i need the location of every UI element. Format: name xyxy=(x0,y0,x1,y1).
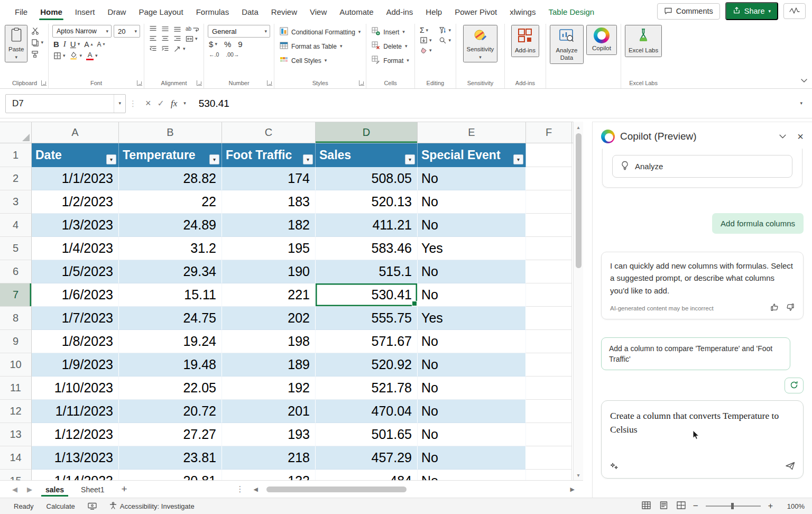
cell-E13[interactable]: No xyxy=(418,423,526,446)
ribbon-tab-draw[interactable]: Draw xyxy=(101,2,132,21)
empty-cell[interactable] xyxy=(526,377,572,400)
scroll-down-icon[interactable]: ▾ xyxy=(574,470,583,480)
cell-E4[interactable]: No xyxy=(418,214,526,237)
decrease-font-button[interactable]: A▾ xyxy=(96,41,106,48)
conditional-formatting-button[interactable]: Conditional Formatting▾ xyxy=(278,25,362,39)
ribbon-tab-file[interactable]: File xyxy=(8,2,34,21)
cell-C8[interactable]: 202 xyxy=(222,307,316,330)
vertical-scrollbar[interactable]: ▴ ▾ xyxy=(573,122,583,480)
cell-B3[interactable]: 22 xyxy=(119,190,222,214)
copy-button[interactable]: ▾ xyxy=(30,38,44,47)
cell-E10[interactable]: No xyxy=(418,353,526,377)
header-cell-date[interactable]: Date▾ xyxy=(32,143,119,167)
activity-button[interactable] xyxy=(783,3,806,19)
row-header-12[interactable]: 12 xyxy=(0,400,32,423)
row-header-13[interactable]: 13 xyxy=(0,423,32,446)
cell-B8[interactable]: 24.75 xyxy=(119,307,222,330)
copilot-button[interactable]: Copilot xyxy=(586,25,617,55)
ribbon-tab-insert[interactable]: Insert xyxy=(69,2,102,21)
currency-button[interactable]: $▾ xyxy=(208,40,218,49)
column-header-b[interactable]: B xyxy=(119,122,222,143)
cell-C11[interactable]: 192 xyxy=(222,377,316,400)
normal-view-icon[interactable] xyxy=(642,501,651,511)
cell-B5[interactable]: 31.2 xyxy=(119,237,222,260)
empty-cell[interactable] xyxy=(526,470,572,480)
empty-cell[interactable] xyxy=(526,190,572,214)
empty-cell[interactable] xyxy=(526,330,572,353)
paste-button[interactable]: Paste ▾ xyxy=(5,25,27,62)
cell-C7[interactable]: 221 xyxy=(222,283,316,307)
bold-button[interactable]: B xyxy=(52,40,60,49)
empty-cell[interactable] xyxy=(526,423,572,446)
filter-dropdown-icon[interactable]: ▾ xyxy=(513,154,523,164)
increase-indent-button[interactable] xyxy=(160,45,170,53)
empty-cell[interactable] xyxy=(526,446,572,470)
accessibility-status[interactable]: Accessibility: Investigate xyxy=(103,502,201,511)
analyze-button[interactable]: Analyze xyxy=(612,155,792,178)
font-size-combo[interactable]: 20▾ xyxy=(114,25,140,38)
cell-C13[interactable]: 193 xyxy=(222,423,316,446)
cell-B4[interactable]: 24.89 xyxy=(119,214,222,237)
underline-button[interactable]: U▾ xyxy=(69,40,81,49)
cell-B2[interactable]: 28.82 xyxy=(119,167,222,190)
cell-C15[interactable]: 132 xyxy=(222,470,316,480)
cell-B14[interactable]: 23.81 xyxy=(119,446,222,470)
row-header-8[interactable]: 8 xyxy=(0,307,32,330)
status-calculate[interactable]: Calculate xyxy=(40,502,81,510)
cell-E15[interactable]: No xyxy=(418,470,526,480)
scroll-up-icon[interactable]: ▴ xyxy=(574,122,583,132)
cell-B12[interactable]: 20.72 xyxy=(119,400,222,423)
empty-cell[interactable] xyxy=(526,283,572,307)
ribbon-tab-view[interactable]: View xyxy=(303,2,333,21)
cell-D5[interactable]: 583.46 xyxy=(316,237,418,260)
header-cell-temperature[interactable]: Temperature▾ xyxy=(119,143,222,167)
empty-cell[interactable] xyxy=(526,400,572,423)
cell-E8[interactable]: Yes xyxy=(418,307,526,330)
row-header-14[interactable]: 14 xyxy=(0,446,32,470)
format-painter-button[interactable] xyxy=(30,50,44,59)
suggested-prompt-chip[interactable]: Add a column to compare 'Temperature' an… xyxy=(601,337,790,371)
row-header-11[interactable]: 11 xyxy=(0,377,32,400)
delete-cells-button[interactable]: Delete▾ xyxy=(370,39,411,53)
horizontal-scrollbar[interactable]: ◀ ▶ xyxy=(250,486,583,493)
cell-A9[interactable]: 1/8/2023 xyxy=(32,330,119,353)
share-button[interactable]: Share ▾ xyxy=(725,2,778,20)
decrease-decimal-button[interactable]: .00→ xyxy=(225,51,240,58)
cell-C5[interactable]: 195 xyxy=(222,237,316,260)
cell-D15[interactable]: 484 xyxy=(316,470,418,480)
decrease-indent-button[interactable] xyxy=(148,45,158,53)
tabbar-splitter[interactable]: ⋮ xyxy=(231,484,250,494)
row-header-10[interactable]: 10 xyxy=(0,353,32,377)
comments-button[interactable]: Comments xyxy=(657,3,720,20)
ribbon-tab-formulas[interactable]: Formulas xyxy=(190,2,236,21)
font-name-combo[interactable]: Aptos Narrow▾ xyxy=(52,25,112,38)
filter-dropdown-icon[interactable]: ▾ xyxy=(209,154,219,164)
cell-A3[interactable]: 1/2/2023 xyxy=(32,190,119,214)
fill-button[interactable]: ▾ xyxy=(419,36,433,44)
borders-button[interactable]: ▾ xyxy=(52,51,67,60)
row-header-2[interactable]: 2 xyxy=(0,167,32,190)
empty-cell[interactable] xyxy=(526,143,572,167)
bottom-align-button[interactable] xyxy=(172,25,182,33)
sheet-tab-sheet1[interactable]: Sheet1 xyxy=(72,482,113,497)
autosum-button[interactable]: Σ▾ xyxy=(419,26,433,34)
zoom-slider[interactable] xyxy=(706,506,761,507)
header-cell-sales[interactable]: Sales▾ xyxy=(316,143,418,167)
cell-E7[interactable]: No xyxy=(418,283,526,307)
sheet-tab-sales[interactable]: sales xyxy=(37,482,72,497)
alignment-dialog-launcher[interactable] xyxy=(197,80,202,86)
sheet-nav-left-icon[interactable]: ◀ xyxy=(7,485,22,493)
row-header-5[interactable]: 5 xyxy=(0,237,32,260)
user-request-chip[interactable]: Add formula columns xyxy=(712,213,804,234)
cell-D7[interactable]: 530.41 xyxy=(316,283,418,307)
empty-cell[interactable] xyxy=(526,260,572,283)
row-header-4[interactable]: 4 xyxy=(0,214,32,237)
ribbon-tab-page-layout[interactable]: Page Layout xyxy=(132,2,189,21)
zoom-out-button[interactable]: − xyxy=(693,501,698,511)
header-cell-foot-traffic[interactable]: Foot Traffic▾ xyxy=(222,143,316,167)
filter-dropdown-icon[interactable]: ▾ xyxy=(106,154,116,164)
cell-A6[interactable]: 1/5/2023 xyxy=(32,260,119,283)
column-header-c[interactable]: C xyxy=(222,122,316,143)
cell-styles-button[interactable]: Cell Styles▾ xyxy=(278,53,362,68)
cell-D13[interactable]: 501.65 xyxy=(316,423,418,446)
